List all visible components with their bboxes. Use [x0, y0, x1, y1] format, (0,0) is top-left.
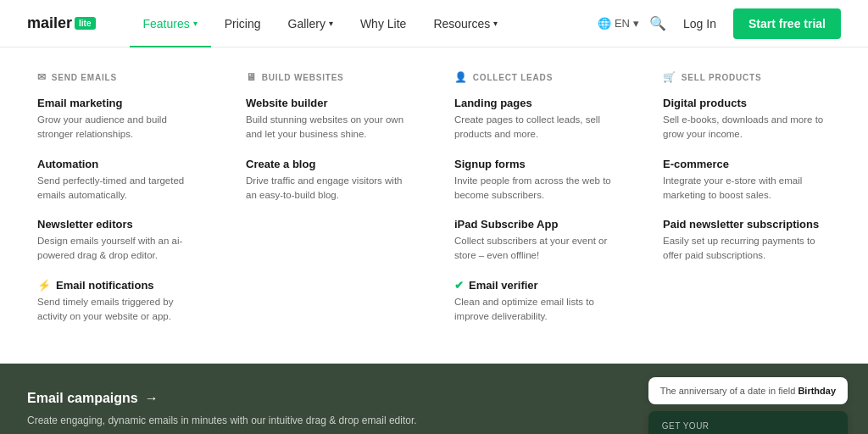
- email-icon: ✉: [37, 71, 47, 83]
- globe-icon: 🌐: [598, 17, 611, 30]
- lightning-icon: ⚡: [37, 279, 51, 292]
- menu-column-collect-leads: 👤 COLLECT LEADS Landing pages Create pag…: [444, 71, 632, 339]
- logo[interactable]: mailer lite: [27, 14, 96, 32]
- logo-text: mailer: [27, 14, 72, 32]
- menu-item-email-marketing[interactable]: Email marketing Grow your audience and b…: [37, 97, 205, 142]
- users-icon: 👤: [454, 71, 468, 83]
- menu-column-build-websites: 🖥 BUILD WEBSITES Website builder Build s…: [236, 71, 424, 339]
- search-button[interactable]: 🔍: [649, 15, 666, 31]
- nav-item-resources[interactable]: Resources ▾: [420, 0, 511, 47]
- column-header-sell-products: 🛒 SELL PRODUCTS: [663, 71, 831, 83]
- column-header-build-websites: 🖥 BUILD WEBSITES: [246, 71, 414, 83]
- menu-item-ipad-subscribe-app[interactable]: iPad Subscribe App Collect subscribers a…: [454, 218, 622, 264]
- anniversary-card: The anniversary of a date in field Birth…: [648, 377, 848, 404]
- discount-top-label: GET YOUR: [662, 421, 834, 431]
- menu-item-email-verifier[interactable]: ✔ Email verifier Clean and optimize emai…: [454, 279, 622, 325]
- bottom-section: Email campaigns → Create engaging, dynam…: [0, 364, 868, 434]
- header: mailer lite Features ▾ Pricing Gallery ▾…: [0, 0, 868, 47]
- nav-item-gallery[interactable]: Gallery ▾: [275, 0, 347, 47]
- menu-item-paid-subscriptions[interactable]: Paid newsletter subscriptions Easily set…: [663, 218, 831, 264]
- search-icon: 🔍: [649, 16, 666, 31]
- monitor-icon: 🖥: [246, 71, 257, 83]
- header-right: 🌐 EN ▾ 🔍 Log In Start free trial: [598, 8, 841, 39]
- menu-item-signup-forms[interactable]: Signup forms Invite people from across t…: [454, 158, 622, 203]
- menu-item-automation[interactable]: Automation Send perfectly-timed and targ…: [37, 158, 205, 203]
- menu-item-email-notifications[interactable]: ⚡ Email notifications Send timely emails…: [37, 279, 205, 325]
- column-header-send-emails: ✉ SEND EMAILS: [37, 71, 205, 83]
- menu-item-ecommerce[interactable]: E-commerce Integrate your e-store with e…: [663, 158, 831, 203]
- menu-item-website-builder[interactable]: Website builder Build stunning websites …: [246, 97, 414, 142]
- bottom-desc: Create engaging, dynamic emails in minut…: [27, 413, 417, 429]
- nav-item-features[interactable]: Features ▾: [130, 0, 211, 47]
- cart-icon: 🛒: [663, 71, 676, 83]
- logo-badge: lite: [75, 17, 95, 30]
- login-button[interactable]: Log In: [676, 17, 723, 31]
- chevron-down-icon: ▾: [193, 19, 198, 28]
- column-header-collect-leads: 👤 COLLECT LEADS: [454, 71, 622, 83]
- discount-card: GET YOUR DISCOUNT - 40% DISCOUNT: [648, 411, 848, 434]
- menu-item-landing-pages[interactable]: Landing pages Create pages to collect le…: [454, 97, 622, 142]
- checkmark-icon: ✔: [454, 279, 464, 292]
- bottom-title: Email campaigns →: [27, 391, 417, 406]
- chevron-down-icon: ▾: [493, 19, 498, 28]
- start-free-trial-button[interactable]: Start free trial: [733, 8, 841, 39]
- main-nav: Features ▾ Pricing Gallery ▾ Why Lite Re…: [130, 0, 598, 47]
- menu-column-send-emails: ✉ SEND EMAILS Email marketing Grow your …: [27, 71, 215, 339]
- menu-item-newsletter-editors[interactable]: Newsletter editors Design emails yoursel…: [37, 218, 205, 264]
- bottom-content: Email campaigns → Create engaging, dynam…: [27, 391, 417, 434]
- menu-item-create-blog[interactable]: Create a blog Drive traffic and engage v…: [246, 158, 414, 203]
- chevron-down-icon: ▾: [633, 17, 639, 30]
- chevron-down-icon: ▾: [329, 19, 333, 28]
- menu-column-sell-products: 🛒 SELL PRODUCTS Digital products Sell e-…: [653, 71, 841, 339]
- nav-item-whylite[interactable]: Why Lite: [347, 0, 420, 47]
- bottom-cards: The anniversary of a date in field Birth…: [648, 377, 848, 434]
- language-selector[interactable]: 🌐 EN ▾: [598, 17, 639, 30]
- nav-item-pricing[interactable]: Pricing: [211, 0, 275, 47]
- anniversary-text: The anniversary of a date in field Birth…: [660, 386, 836, 396]
- features-dropdown: ✉ SEND EMAILS Email marketing Grow your …: [0, 47, 868, 364]
- menu-item-digital-products[interactable]: Digital products Sell e-books, downloads…: [663, 97, 831, 142]
